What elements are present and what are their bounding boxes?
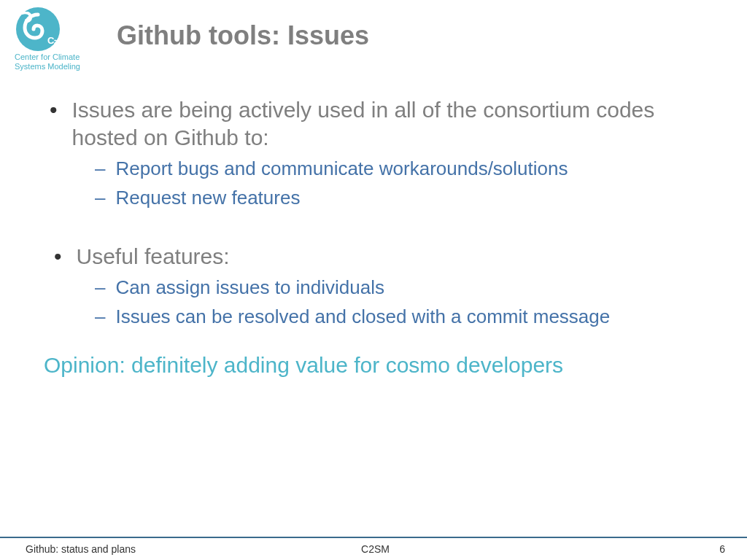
footer-left: Github: status and plans [26,543,259,555]
dash-marker: – [95,276,105,300]
bullet-item: • Issues are being actively used in all … [44,96,703,151]
footer-page-number: 6 [492,543,725,555]
sub-bullet-item: – Can assign issues to individuals [95,276,703,300]
dash-marker: – [95,157,105,182]
sub-bullet-text: Can assign issues to individuals [115,276,384,300]
bullet-item: • Useful features: [44,243,703,271]
logo-acronym: C₂SM [47,35,72,46]
slide-footer: Github: status and plans C2SM 6 [0,537,747,560]
bullet-text: Useful features: [77,243,230,271]
logo-subtitle: Center for Climate Systems Modeling [15,52,102,71]
dash-marker: – [95,305,105,330]
bullet-text: Issues are being actively used in all of… [72,96,703,151]
sub-bullet-item: – Report bugs and communicate workaround… [95,157,703,182]
slide-content: • Issues are being actively used in all … [0,71,747,378]
footer-center: C2SM [259,543,492,555]
opinion-text: Opinion: definitely adding value for cos… [44,353,703,378]
bullet-marker: • [54,243,62,271]
sub-bullet-item: – Issues can be resolved and closed with… [95,305,703,330]
sub-bullet-item: – Request new features [95,186,703,211]
logo: C₂SM Center for Climate Systems Modeling [7,7,102,71]
sub-bullet-text: Issues can be resolved and closed with a… [115,305,610,330]
bullet-marker: • [50,96,58,124]
slide-header: C₂SM Center for Climate Systems Modeling… [0,0,747,71]
sub-bullet-text: Request new features [115,186,300,211]
logo-icon: C₂SM [7,7,64,51]
sub-bullet-text: Report bugs and communicate workarounds/… [115,157,568,182]
slide-title: Github tools: Issues [117,20,369,51]
dash-marker: – [95,186,105,211]
